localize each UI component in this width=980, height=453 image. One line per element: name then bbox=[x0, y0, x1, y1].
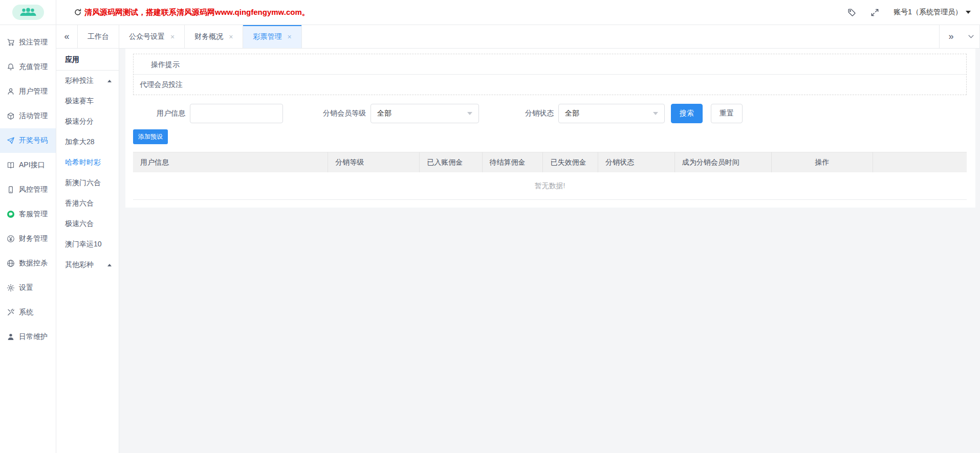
sidebar-item-system[interactable]: 系统 bbox=[0, 300, 56, 325]
tabs-scroll-right-button[interactable]: » bbox=[939, 25, 963, 48]
tools-icon bbox=[7, 308, 15, 316]
sidebar-item-api[interactable]: API接口 bbox=[0, 153, 56, 177]
book-icon bbox=[7, 161, 15, 169]
yen-icon bbox=[7, 235, 15, 243]
distribution-level-select[interactable]: 全部 bbox=[371, 104, 479, 123]
tab-bar: « 工作台 公众号设置 × 财务概况 × 彩票管理 × » bbox=[56, 25, 980, 49]
sidebar-item-lottery-numbers[interactable]: 开奖号码 bbox=[0, 128, 56, 153]
tab-label: 彩票管理 bbox=[253, 32, 281, 41]
submenu-item-speed-liuhe[interactable]: 极速六合 bbox=[56, 214, 119, 234]
tab-label: 工作台 bbox=[88, 32, 109, 41]
submenu-item-label: 极速赛车 bbox=[65, 97, 94, 106]
sidebar-item-finance-management[interactable]: 财务管理 bbox=[0, 227, 56, 251]
column-header-member-since: 成为分销会员时间 bbox=[675, 152, 772, 172]
sidebar-item-bet-management[interactable]: 投注管理 bbox=[0, 30, 56, 55]
notice-text: 清风源码网测试，搭建联系清风源码网www.qingfengymw.com。 bbox=[84, 8, 310, 17]
tab-lottery-management[interactable]: 彩票管理 × bbox=[243, 25, 301, 48]
chat-icon bbox=[7, 210, 15, 218]
select-caret-icon bbox=[653, 112, 658, 115]
cube-icon bbox=[7, 112, 15, 120]
submenu-item-label: 香港六合 bbox=[65, 199, 94, 208]
submenu-item-label: 极速分分 bbox=[65, 117, 94, 126]
sidebar-item-label: 投注管理 bbox=[19, 38, 48, 47]
column-header-actions: 操作 bbox=[772, 152, 874, 172]
submenu-item-label: 其他彩种 bbox=[65, 260, 94, 269]
tag-icon[interactable] bbox=[847, 8, 856, 17]
sidebar-item-user-management[interactable]: 用户管理 bbox=[0, 79, 56, 104]
top-bar: 清风源码网测试，搭建联系清风源码网www.qingfengymw.com。 账号… bbox=[0, 0, 980, 25]
app-logo[interactable] bbox=[0, 0, 56, 25]
user-info-input[interactable] bbox=[190, 104, 283, 123]
sidebar-item-recharge-management[interactable]: 充值管理 bbox=[0, 55, 56, 79]
globe-icon bbox=[7, 259, 15, 267]
close-icon[interactable]: × bbox=[170, 33, 175, 41]
table-empty-state: 暂无数据! bbox=[133, 172, 967, 200]
submenu-item-new-macau-liuhe[interactable]: 新澳门六合 bbox=[56, 173, 119, 193]
sidebar-item-settings[interactable]: 设置 bbox=[0, 276, 56, 300]
sidebar-item-label: 开奖号码 bbox=[19, 136, 48, 145]
submenu-item-label: 澳门幸运10 bbox=[65, 240, 102, 249]
column-header-invalid-commission: 已失效佣金 bbox=[543, 152, 598, 172]
sidebar-item-daily-maintenance[interactable]: 日常维护 bbox=[0, 325, 56, 349]
tabbar-spacer bbox=[302, 25, 939, 48]
submenu-item-label: 极速六合 bbox=[65, 219, 94, 229]
account-name: 账号1（系统管理员） bbox=[894, 8, 962, 17]
logo-people-icon bbox=[12, 5, 44, 20]
tabs-menu-button[interactable] bbox=[963, 25, 980, 48]
distribution-status-select[interactable]: 全部 bbox=[558, 104, 665, 123]
sidebar-item-label: 活动管理 bbox=[19, 111, 48, 121]
sidebar-item-label: 客服管理 bbox=[19, 210, 48, 219]
fullscreen-icon[interactable] bbox=[870, 8, 879, 17]
bell-icon bbox=[7, 63, 15, 71]
submenu-item-canada-28[interactable]: 加拿大28 bbox=[56, 132, 119, 152]
submenu-item-hongkong-liuhe[interactable]: 香港六合 bbox=[56, 193, 119, 214]
submenu-item-macau-lucky-10[interactable]: 澳门幸运10 bbox=[56, 234, 119, 255]
submenu-item-label: 彩种投注 bbox=[65, 76, 94, 85]
submenu-item-lottery-betting[interactable]: 彩种投注 bbox=[56, 71, 119, 91]
sidebar-item-activity-management[interactable]: 活动管理 bbox=[0, 104, 56, 128]
sidebar-item-label: 系统 bbox=[19, 308, 33, 317]
tab-label: 公众号设置 bbox=[129, 32, 165, 41]
sidebar-item-label: 数据控杀 bbox=[19, 259, 48, 268]
add-preset-button[interactable]: 添加预设 bbox=[133, 129, 168, 144]
sidebar-item-label: API接口 bbox=[19, 161, 45, 170]
column-header-distribution-status: 分销状态 bbox=[598, 152, 675, 172]
top-bar-actions: 账号1（系统管理员） bbox=[847, 8, 980, 17]
caret-down-icon bbox=[966, 11, 971, 14]
sidebar-item-label: 用户管理 bbox=[19, 87, 48, 96]
submenu-item-hash-ssc[interactable]: 哈希时时彩 bbox=[56, 152, 119, 173]
tip-panel-body: 代理会员投注 bbox=[134, 75, 966, 95]
phone-icon bbox=[7, 186, 15, 194]
sidebar-item-customer-service[interactable]: 客服管理 bbox=[0, 202, 56, 227]
sidebar-item-data-control[interactable]: 数据控杀 bbox=[0, 251, 56, 276]
close-icon[interactable]: × bbox=[287, 33, 291, 41]
content-card: 操作提示 代理会员投注 用户信息 分销会员等级 全部 分销状态 全部 bbox=[125, 49, 975, 208]
secondary-sidebar: 应用 彩种投注 极速赛车 极速分分 加拿大28 哈希时时彩 bbox=[56, 49, 119, 453]
operation-tip-panel: 操作提示 代理会员投注 bbox=[133, 54, 967, 95]
distribution-status-label: 分销状态 bbox=[525, 109, 554, 118]
select-value: 全部 bbox=[377, 109, 391, 118]
submenu-item-other-lottery[interactable]: 其他彩种 bbox=[56, 255, 119, 275]
sidebar-item-risk-management[interactable]: 风控管理 bbox=[0, 177, 56, 202]
tab-official-account-settings[interactable]: 公众号设置 × bbox=[119, 25, 185, 48]
sidebar-item-label: 风控管理 bbox=[19, 185, 48, 194]
distribution-table: 用户信息 分销等级 已入账佣金 待结算佣金 已失效佣金 分销状态 成为分销会员时… bbox=[133, 152, 967, 200]
reset-button[interactable]: 重置 bbox=[711, 104, 743, 123]
refresh-icon[interactable] bbox=[74, 8, 82, 16]
submenu-item-speed-fenfen[interactable]: 极速分分 bbox=[56, 111, 119, 132]
main-sidebar: 投注管理 充值管理 用户管理 活动管理 开奖号码 bbox=[0, 25, 56, 453]
search-button[interactable]: 搜索 bbox=[671, 104, 703, 123]
column-header-blank bbox=[873, 152, 967, 172]
collapse-up-icon bbox=[107, 80, 112, 82]
column-header-credited-commission: 已入账佣金 bbox=[420, 152, 482, 172]
filter-form: 用户信息 分销会员等级 全部 分销状态 全部 搜索 重置 bbox=[133, 104, 967, 123]
account-menu[interactable]: 账号1（系统管理员） bbox=[894, 8, 971, 17]
submenu-item-speed-racing[interactable]: 极速赛车 bbox=[56, 91, 119, 111]
user-icon bbox=[7, 87, 15, 96]
close-icon[interactable]: × bbox=[229, 33, 233, 41]
tab-finance-overview[interactable]: 财务概况 × bbox=[185, 25, 243, 48]
tabs-scroll-left-button[interactable]: « bbox=[56, 25, 78, 48]
tab-workbench[interactable]: 工作台 bbox=[78, 25, 119, 48]
sidebar-item-label: 设置 bbox=[19, 283, 33, 292]
cart-icon bbox=[7, 38, 15, 47]
